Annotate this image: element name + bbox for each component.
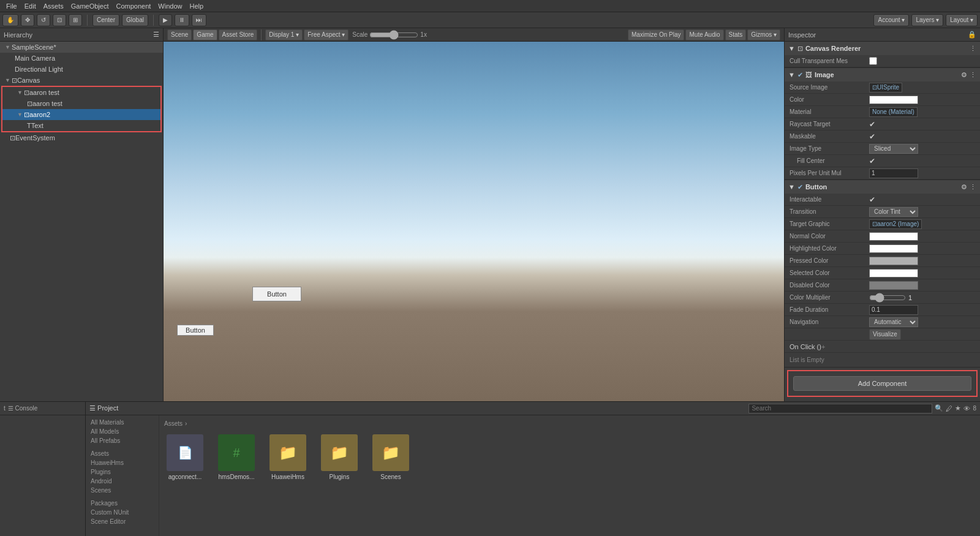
pivot-btn[interactable]: Center — [92, 14, 119, 26]
breadcrumb-assets[interactable]: Assets — [164, 420, 183, 427]
project-icon2[interactable]: ★ — [955, 404, 961, 412]
source-image-value[interactable]: ⊡ UISprite — [869, 83, 902, 92]
target-graphic-value[interactable]: ⊡ aaron2 (Image) — [869, 219, 922, 229]
play-btn[interactable]: ▶ — [159, 14, 172, 26]
canvas-renderer-header[interactable]: ▼ ⊡ Canvas Renderer ⋮ — [785, 42, 980, 55]
scale-slider[interactable] — [369, 30, 418, 40]
disabled-color-swatch[interactable] — [869, 281, 918, 290]
canvas-renderer-menu[interactable]: ⋮ — [970, 45, 976, 53]
image-menu[interactable]: ⋮ — [970, 71, 976, 79]
game-tab-btn[interactable]: Game — [193, 29, 217, 40]
maximize-on-play-btn[interactable]: Maximize On Play — [628, 29, 685, 40]
asset-huaweihms[interactable]: 📁 HuaweiHms — [267, 432, 309, 483]
transition-dropdown[interactable]: Color Tint — [869, 207, 918, 217]
fav-all-materials[interactable]: All Materials — [88, 418, 156, 427]
display-btn[interactable]: Display 1 ▾ — [265, 29, 303, 40]
menu-bar: File Edit Assets GameObject Component Wi… — [0, 0, 980, 12]
image-color-swatch[interactable] — [869, 96, 918, 104]
asset-agconnect[interactable]: 📄 agconnect... — [164, 432, 206, 483]
layout-btn[interactable]: Layout ▾ — [946, 14, 978, 26]
button-settings-icon[interactable]: ⚙ — [961, 183, 967, 191]
menu-file[interactable]: File — [2, 2, 21, 10]
button-header[interactable]: ▼ ✔ Button ⚙ ⋮ — [785, 180, 980, 194]
project-icon3[interactable]: 👁 — [963, 405, 970, 412]
onclick-add-btn[interactable]: + — [821, 343, 975, 350]
button-widget-small[interactable]: Button — [177, 325, 214, 336]
fav-android[interactable]: Android — [88, 477, 156, 486]
fav-custom-nunit[interactable]: Custom NUnit — [88, 508, 156, 517]
hierarchy-menu-icon[interactable]: ☰ — [153, 31, 159, 39]
fav-assets[interactable]: Assets — [88, 449, 156, 458]
pixels-input[interactable] — [869, 168, 918, 178]
gizmos-btn[interactable]: Gizmos ▾ — [747, 29, 780, 40]
hierarchy-aaron-test-parent[interactable]: ▼ ⊡ aaron test — [2, 87, 160, 98]
stats-btn[interactable]: Stats — [725, 29, 747, 40]
hierarchy-main-camera[interactable]: Main Camera — [0, 53, 163, 64]
image-type-dropdown[interactable]: Sliced — [869, 144, 918, 154]
button-menu[interactable]: ⋮ — [970, 183, 976, 191]
tool-rotate[interactable]: ↺ — [37, 14, 50, 26]
tool-rect[interactable]: ⊞ — [69, 14, 82, 26]
scene-item[interactable]: ▼ SampleScene* — [0, 42, 163, 53]
scene-tab-btn[interactable]: Scene — [167, 29, 192, 40]
hierarchy-canvas[interactable]: ▼ ⊡ Canvas — [0, 75, 163, 86]
hierarchy-eventsystem[interactable]: ⊡ EventSystem — [0, 132, 163, 143]
hierarchy-dir-light[interactable]: Directional Light — [0, 64, 163, 75]
inspector-scroll[interactable]: ▼ ⊡ Canvas Renderer ⋮ Cull Transparent M… — [785, 42, 980, 401]
visualize-btn[interactable]: Visualize — [869, 329, 901, 340]
button-widget-large[interactable]: Button — [252, 287, 301, 301]
mute-audio-btn[interactable]: Mute Audio — [685, 29, 723, 40]
tool-scale[interactable]: ⊡ — [53, 14, 66, 26]
pause-btn[interactable]: ⏸ — [175, 14, 189, 26]
hierarchy-text[interactable]: T Text — [2, 120, 160, 131]
fav-scene-editor[interactable]: Scene Editor — [88, 517, 156, 526]
fav-scenes[interactable]: Scenes — [88, 486, 156, 495]
canvas-icon: ⊡ — [12, 77, 17, 85]
image-settings-icon[interactable]: ⚙ — [961, 71, 967, 79]
color-multiplier-slider[interactable] — [869, 293, 906, 303]
tool-hand[interactable]: ✋ — [2, 14, 18, 26]
normal-color-swatch[interactable] — [869, 232, 918, 241]
asset-plugins[interactable]: 📁 Plugins — [318, 432, 360, 483]
image-header[interactable]: ▼ ✔ 🖼 Image ⚙ ⋮ — [785, 68, 980, 81]
step-btn[interactable]: ⏭ — [192, 14, 206, 26]
fav-all-prefabs[interactable]: All Prefabs — [88, 436, 156, 445]
hierarchy-tab-btn[interactable]: t — [4, 405, 6, 412]
navigation-dropdown[interactable]: Automatic — [869, 317, 918, 327]
fill-center-label: Fill Center — [790, 157, 869, 164]
tool-move[interactable]: ✥ — [21, 14, 34, 26]
menu-edit[interactable]: Edit — [21, 2, 40, 10]
material-value[interactable]: None (Material) — [869, 107, 918, 117]
project-search[interactable] — [748, 404, 932, 413]
asset-scenes[interactable]: 📁 Scenes — [370, 432, 412, 483]
menu-window[interactable]: Window — [154, 2, 186, 10]
fav-packages[interactable]: Packages — [88, 499, 156, 508]
hierarchy-aaron-test-child[interactable]: ⊡ aaron test — [2, 98, 160, 109]
console-tab-btn[interactable]: ☰ Console — [8, 405, 37, 412]
project-icon1[interactable]: 🖊 — [946, 405, 952, 412]
fav-plugins[interactable]: Plugins — [88, 467, 156, 477]
highlighted-color-swatch[interactable] — [869, 244, 918, 253]
global-btn[interactable]: Global — [122, 14, 148, 26]
project-tab[interactable]: ☰ Project — [89, 404, 118, 412]
fav-huaweihms[interactable]: HuaweiHms — [88, 458, 156, 467]
fade-duration-input[interactable] — [869, 305, 918, 315]
button-enabled-check[interactable]: ✔ — [797, 183, 803, 191]
cull-checkbox[interactable] — [869, 57, 877, 65]
hierarchy-aaron2[interactable]: ▼ ⊡ aaron2 — [2, 109, 160, 120]
selected-color-swatch[interactable] — [869, 269, 918, 277]
pressed-color-swatch[interactable] — [869, 257, 918, 265]
menu-component[interactable]: Component — [112, 2, 154, 10]
menu-gameobject[interactable]: GameObject — [67, 2, 113, 10]
asset-hmsdemos[interactable]: # hmsDemos... — [216, 432, 257, 483]
fav-all-models[interactable]: All Models — [88, 427, 156, 436]
add-component-btn[interactable]: Add Component — [793, 376, 971, 391]
menu-assets[interactable]: Assets — [40, 2, 67, 10]
layers-btn[interactable]: Layers ▾ — [911, 14, 943, 26]
inspector-lock-icon[interactable]: 🔒 — [968, 31, 976, 39]
asset-store-tab-btn[interactable]: Asset Store — [219, 29, 258, 40]
image-checkbox[interactable]: ✔ — [797, 71, 803, 79]
menu-help[interactable]: Help — [186, 2, 207, 10]
account-btn[interactable]: Account ▾ — [873, 14, 909, 26]
aspect-btn[interactable]: Free Aspect ▾ — [304, 29, 349, 40]
